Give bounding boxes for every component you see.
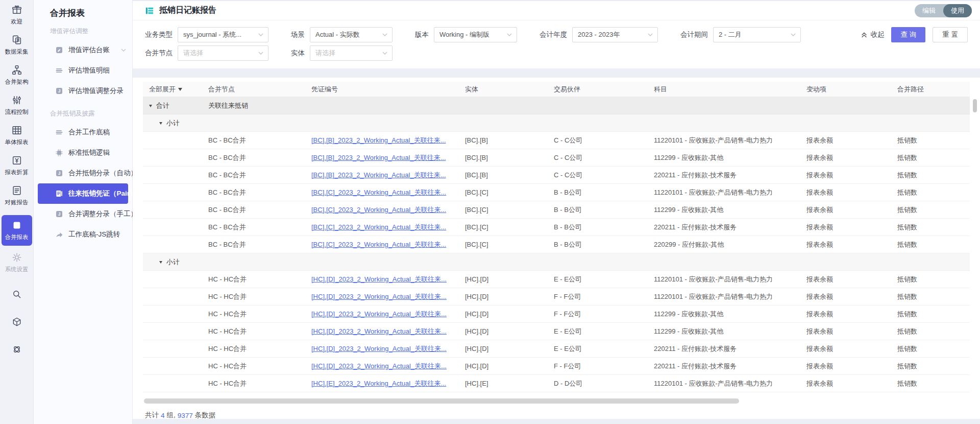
voucher-link[interactable]: [HC].[E]_2023_2_Working_Actual_关联往来... bbox=[311, 380, 446, 387]
rail-item[interactable]: 合并架构 bbox=[2, 64, 32, 86]
voucher-link[interactable]: [HC].[D]_2023_2_Working_Actual_关联往来... bbox=[311, 275, 447, 283]
entity-cell: [BC].[B] bbox=[459, 154, 548, 161]
column-label: 变动项 bbox=[806, 85, 826, 94]
filter-actions: 收起 查 询 重 置 bbox=[861, 27, 968, 42]
chevron-down-icon bbox=[648, 32, 653, 37]
expand-all-control[interactable]: 全部展开 bbox=[143, 85, 202, 94]
subtotal-row[interactable]: 小计 bbox=[143, 253, 970, 271]
filter-select-merge-node[interactable]: 请选择 bbox=[178, 45, 268, 61]
filter-select-business-type[interactable]: sys_journal - 系统... bbox=[178, 27, 268, 42]
entity-cell: [BC].[C] bbox=[459, 241, 548, 248]
filter-select-period[interactable]: 2 - 二月 bbox=[713, 27, 801, 42]
voucher-link[interactable]: [BC].[C]_2023_2_Working_Actual_关联往来... bbox=[311, 223, 446, 231]
rail-tool[interactable] bbox=[12, 317, 22, 329]
rail-tools bbox=[12, 289, 22, 357]
filter-value: 2023 - 2023年 bbox=[578, 30, 620, 39]
module-sidebar: 合并报表 增值评估调整增值评估台账评估增值明细J评估增值调整分录合并抵销及披露合… bbox=[34, 0, 133, 424]
group-count: 4 bbox=[161, 412, 165, 419]
mode-option[interactable]: 使用 bbox=[943, 4, 972, 17]
sidebar-item[interactable]: 工作底稿-JS跳转 bbox=[38, 224, 128, 245]
column-header[interactable]: 凭证编号 bbox=[305, 85, 459, 94]
entity-cell: [BC].[C] bbox=[459, 223, 548, 231]
sidebar-item[interactable]: J评估增值调整分录 bbox=[38, 81, 128, 101]
chevron-down-icon bbox=[507, 32, 512, 37]
chevron-down-icon bbox=[121, 48, 126, 53]
rail-item[interactable]: 流程控制 bbox=[2, 95, 32, 116]
filter-label: 版本 bbox=[415, 30, 429, 39]
vertical-scrollbar-thumb[interactable] bbox=[973, 99, 977, 112]
collapse-control[interactable]: 收起 bbox=[861, 30, 884, 39]
chevron-down-icon bbox=[382, 32, 387, 37]
column-header[interactable]: 交易伙伴 bbox=[548, 85, 648, 94]
voucher-link[interactable]: [BC].[C]_2023_2_Working_Actual_关联往来... bbox=[311, 189, 446, 196]
voucher-link[interactable]: [HC].[D]_2023_2_Working_Actual_关联往来... bbox=[311, 293, 447, 300]
path-cell: 抵销数 bbox=[891, 379, 970, 388]
change-cell: 报表余额 bbox=[800, 379, 891, 388]
change-cell: 报表余额 bbox=[800, 327, 891, 336]
sidebar-item[interactable]: 评估增值明细 bbox=[38, 60, 128, 81]
node-cell: HC - HC合并 bbox=[202, 379, 305, 388]
horizontal-scrollbar-thumb[interactable] bbox=[144, 398, 739, 404]
voucher-icon bbox=[55, 190, 63, 198]
path-cell: 抵销数 bbox=[891, 153, 970, 162]
column-header[interactable]: 合并节点 bbox=[202, 85, 305, 94]
table-row: HC - HC合并[HC].[D]_2023_2_Working_Actual_… bbox=[143, 271, 970, 288]
sidebar-item[interactable]: 合并工作底稿 bbox=[38, 122, 128, 143]
voucher-link[interactable]: [HC].[D]_2023_2_Working_Actual_关联往来... bbox=[311, 327, 447, 335]
entity-cell: [HC].[D] bbox=[459, 293, 548, 300]
caret-down-icon bbox=[159, 122, 162, 125]
node-cell: HC - HC合并 bbox=[202, 310, 305, 319]
rail-item[interactable]: 报表折算 bbox=[2, 155, 32, 176]
rail-tool[interactable] bbox=[12, 344, 22, 357]
change-cell: 报表余额 bbox=[800, 171, 891, 180]
voucher-cell: [HC].[E]_2023_2_Working_Actual_关联往来... bbox=[305, 379, 459, 388]
rail-item[interactable]: 单体报表 bbox=[2, 125, 32, 146]
sidebar-item[interactable]: 往来抵销凭证（Pair） bbox=[38, 183, 128, 204]
node-cell: HC - HC合并 bbox=[202, 292, 305, 301]
total-row[interactable]: 合计关联往来抵销 bbox=[143, 97, 970, 114]
node-cell: BC - BC合并 bbox=[202, 136, 305, 145]
edit-use-toggle[interactable]: 编辑使用 bbox=[915, 4, 972, 17]
voucher-link[interactable]: [HC].[D]_2023_2_Working_Actual_关联往来... bbox=[311, 310, 447, 318]
voucher-link[interactable]: [BC].[C]_2023_2_Working_Actual_关联往来... bbox=[311, 206, 446, 214]
column-header[interactable]: 科目 bbox=[648, 85, 800, 94]
rail-item[interactable]: 合并报表 bbox=[2, 215, 32, 246]
voucher-link[interactable]: [BC].[B]_2023_2_Working_Actual_关联往来... bbox=[311, 171, 446, 179]
rail-tool[interactable] bbox=[12, 289, 22, 301]
sidebar-item[interactable]: 增值评估台账 bbox=[38, 40, 128, 60]
sidebar-item[interactable]: J合并抵销分录（自动） bbox=[38, 163, 128, 183]
mode-option[interactable]: 编辑 bbox=[915, 4, 943, 17]
partner-cell: C - C公司 bbox=[548, 171, 648, 180]
filter-select-entity[interactable]: 请选择 bbox=[310, 45, 393, 61]
rail-item[interactable]: 对账报告 bbox=[2, 185, 32, 206]
filter-select-scenario[interactable]: Actual - 实际数 bbox=[310, 27, 393, 42]
column-header[interactable]: 实体 bbox=[459, 85, 548, 94]
sidebar-item[interactable]: J合并调整分录（手工） bbox=[38, 204, 128, 224]
rail-item[interactable]: 数据采集 bbox=[2, 34, 32, 56]
account-cell: 11220101 - 应收账款-产品销售-电力热力 bbox=[648, 275, 800, 284]
org-tree-icon bbox=[11, 64, 22, 76]
column-header[interactable]: 变动项 bbox=[800, 85, 891, 94]
table-row: HC - HC合并[HC].[D]_2023_2_Working_Actual_… bbox=[143, 358, 970, 375]
sidebar-item[interactable]: 标准抵销逻辑 bbox=[38, 143, 128, 163]
voucher-link[interactable]: [BC].[B]_2023_2_Working_Actual_关联往来... bbox=[311, 136, 446, 144]
voucher-link[interactable]: [BC].[B]_2023_2_Working_Actual_关联往来... bbox=[311, 154, 446, 161]
subtotal-row[interactable]: 小计 bbox=[143, 114, 970, 132]
entity-cell: [HC].[D] bbox=[459, 275, 548, 283]
rail-item-label: 单体报表 bbox=[5, 138, 29, 146]
column-label: 合并路径 bbox=[897, 85, 924, 94]
change-cell: 报表余额 bbox=[800, 310, 891, 319]
rail-item[interactable]: 欢迎 bbox=[2, 4, 32, 26]
table-row: HC - HC合并[HC].[E]_2023_2_Working_Actual_… bbox=[143, 375, 970, 392]
filter-select-fiscal-year[interactable]: 2023 - 2023年 bbox=[572, 27, 658, 42]
voucher-link[interactable]: [HC].[D]_2023_2_Working_Actual_关联往来... bbox=[311, 362, 447, 370]
node-cell: BC - BC合并 bbox=[202, 223, 305, 232]
filter-row-1: 业务类型sys_journal - 系统...场景Actual - 实际数版本W… bbox=[145, 26, 968, 44]
column-header[interactable]: 合并路径 bbox=[891, 85, 970, 94]
voucher-link[interactable]: [HC].[D]_2023_2_Working_Actual_关联往来... bbox=[311, 345, 447, 352]
filter-select-version[interactable]: Working - 编制版 bbox=[434, 27, 517, 42]
voucher-link[interactable]: [BC].[C]_2023_2_Working_Actual_关联往来... bbox=[311, 241, 446, 248]
reset-button[interactable]: 重 置 bbox=[933, 27, 968, 42]
rail-item[interactable]: 系统设置 bbox=[2, 252, 32, 273]
query-button[interactable]: 查 询 bbox=[891, 27, 925, 42]
